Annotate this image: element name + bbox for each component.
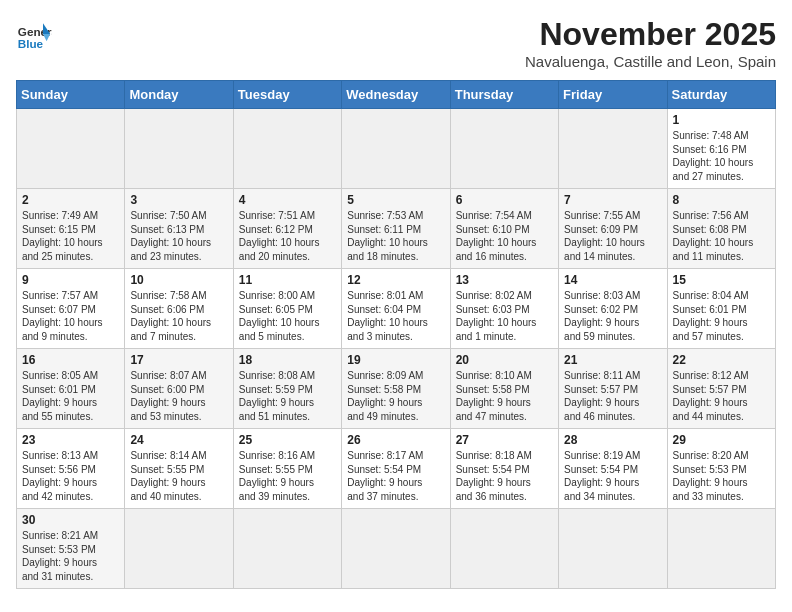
weekday-header-sunday: Sunday (17, 81, 125, 109)
day-number: 7 (564, 193, 661, 207)
day-cell: 21Sunrise: 8:11 AM Sunset: 5:57 PM Dayli… (559, 349, 667, 429)
day-cell: 28Sunrise: 8:19 AM Sunset: 5:54 PM Dayli… (559, 429, 667, 509)
title-section: November 2025 Navaluenga, Castille and L… (525, 16, 776, 70)
day-info: Sunrise: 8:10 AM Sunset: 5:58 PM Dayligh… (456, 369, 553, 423)
day-number: 25 (239, 433, 336, 447)
day-info: Sunrise: 7:51 AM Sunset: 6:12 PM Dayligh… (239, 209, 336, 263)
day-cell (125, 509, 233, 589)
week-row-2: 2Sunrise: 7:49 AM Sunset: 6:15 PM Daylig… (17, 189, 776, 269)
day-info: Sunrise: 8:17 AM Sunset: 5:54 PM Dayligh… (347, 449, 444, 503)
day-number: 16 (22, 353, 119, 367)
day-cell (342, 509, 450, 589)
week-row-4: 16Sunrise: 8:05 AM Sunset: 6:01 PM Dayli… (17, 349, 776, 429)
day-info: Sunrise: 8:21 AM Sunset: 5:53 PM Dayligh… (22, 529, 119, 583)
day-number: 10 (130, 273, 227, 287)
day-info: Sunrise: 8:03 AM Sunset: 6:02 PM Dayligh… (564, 289, 661, 343)
day-number: 17 (130, 353, 227, 367)
day-cell: 2Sunrise: 7:49 AM Sunset: 6:15 PM Daylig… (17, 189, 125, 269)
day-cell: 26Sunrise: 8:17 AM Sunset: 5:54 PM Dayli… (342, 429, 450, 509)
day-info: Sunrise: 7:56 AM Sunset: 6:08 PM Dayligh… (673, 209, 770, 263)
day-cell (17, 109, 125, 189)
day-cell: 24Sunrise: 8:14 AM Sunset: 5:55 PM Dayli… (125, 429, 233, 509)
day-cell (233, 109, 341, 189)
day-info: Sunrise: 8:00 AM Sunset: 6:05 PM Dayligh… (239, 289, 336, 343)
day-number: 19 (347, 353, 444, 367)
day-cell: 4Sunrise: 7:51 AM Sunset: 6:12 PM Daylig… (233, 189, 341, 269)
day-info: Sunrise: 8:01 AM Sunset: 6:04 PM Dayligh… (347, 289, 444, 343)
day-info: Sunrise: 7:53 AM Sunset: 6:11 PM Dayligh… (347, 209, 444, 263)
day-info: Sunrise: 7:48 AM Sunset: 6:16 PM Dayligh… (673, 129, 770, 183)
logo: General Blue (16, 16, 52, 52)
calendar-table: SundayMondayTuesdayWednesdayThursdayFrid… (16, 80, 776, 589)
day-info: Sunrise: 8:08 AM Sunset: 5:59 PM Dayligh… (239, 369, 336, 423)
calendar-title: November 2025 (525, 16, 776, 53)
week-row-3: 9Sunrise: 7:57 AM Sunset: 6:07 PM Daylig… (17, 269, 776, 349)
day-number: 26 (347, 433, 444, 447)
day-cell: 19Sunrise: 8:09 AM Sunset: 5:58 PM Dayli… (342, 349, 450, 429)
day-number: 18 (239, 353, 336, 367)
day-info: Sunrise: 8:19 AM Sunset: 5:54 PM Dayligh… (564, 449, 661, 503)
day-cell: 13Sunrise: 8:02 AM Sunset: 6:03 PM Dayli… (450, 269, 558, 349)
day-info: Sunrise: 8:16 AM Sunset: 5:55 PM Dayligh… (239, 449, 336, 503)
day-info: Sunrise: 7:55 AM Sunset: 6:09 PM Dayligh… (564, 209, 661, 263)
weekday-header-monday: Monday (125, 81, 233, 109)
day-info: Sunrise: 8:14 AM Sunset: 5:55 PM Dayligh… (130, 449, 227, 503)
weekday-header-thursday: Thursday (450, 81, 558, 109)
day-number: 29 (673, 433, 770, 447)
day-info: Sunrise: 7:49 AM Sunset: 6:15 PM Dayligh… (22, 209, 119, 263)
day-number: 27 (456, 433, 553, 447)
day-cell: 11Sunrise: 8:00 AM Sunset: 6:05 PM Dayli… (233, 269, 341, 349)
day-number: 11 (239, 273, 336, 287)
day-number: 6 (456, 193, 553, 207)
day-cell: 7Sunrise: 7:55 AM Sunset: 6:09 PM Daylig… (559, 189, 667, 269)
day-cell: 15Sunrise: 8:04 AM Sunset: 6:01 PM Dayli… (667, 269, 775, 349)
day-cell: 5Sunrise: 7:53 AM Sunset: 6:11 PM Daylig… (342, 189, 450, 269)
day-number: 12 (347, 273, 444, 287)
day-cell: 10Sunrise: 7:58 AM Sunset: 6:06 PM Dayli… (125, 269, 233, 349)
day-info: Sunrise: 7:58 AM Sunset: 6:06 PM Dayligh… (130, 289, 227, 343)
calendar-subtitle: Navaluenga, Castille and Leon, Spain (525, 53, 776, 70)
day-cell: 27Sunrise: 8:18 AM Sunset: 5:54 PM Dayli… (450, 429, 558, 509)
day-cell: 30Sunrise: 8:21 AM Sunset: 5:53 PM Dayli… (17, 509, 125, 589)
weekday-header-wednesday: Wednesday (342, 81, 450, 109)
day-number: 30 (22, 513, 119, 527)
day-info: Sunrise: 8:20 AM Sunset: 5:53 PM Dayligh… (673, 449, 770, 503)
day-cell: 20Sunrise: 8:10 AM Sunset: 5:58 PM Dayli… (450, 349, 558, 429)
day-info: Sunrise: 7:54 AM Sunset: 6:10 PM Dayligh… (456, 209, 553, 263)
weekday-header-saturday: Saturday (667, 81, 775, 109)
day-cell (559, 509, 667, 589)
day-info: Sunrise: 8:04 AM Sunset: 6:01 PM Dayligh… (673, 289, 770, 343)
day-info: Sunrise: 8:05 AM Sunset: 6:01 PM Dayligh… (22, 369, 119, 423)
day-info: Sunrise: 8:07 AM Sunset: 6:00 PM Dayligh… (130, 369, 227, 423)
day-number: 24 (130, 433, 227, 447)
week-row-5: 23Sunrise: 8:13 AM Sunset: 5:56 PM Dayli… (17, 429, 776, 509)
day-cell (125, 109, 233, 189)
day-cell: 18Sunrise: 8:08 AM Sunset: 5:59 PM Dayli… (233, 349, 341, 429)
day-cell: 6Sunrise: 7:54 AM Sunset: 6:10 PM Daylig… (450, 189, 558, 269)
day-cell (450, 509, 558, 589)
weekday-header-tuesday: Tuesday (233, 81, 341, 109)
weekday-header-row: SundayMondayTuesdayWednesdayThursdayFrid… (17, 81, 776, 109)
day-cell (450, 109, 558, 189)
weekday-header-friday: Friday (559, 81, 667, 109)
day-cell: 3Sunrise: 7:50 AM Sunset: 6:13 PM Daylig… (125, 189, 233, 269)
day-number: 8 (673, 193, 770, 207)
day-cell: 29Sunrise: 8:20 AM Sunset: 5:53 PM Dayli… (667, 429, 775, 509)
day-cell: 1Sunrise: 7:48 AM Sunset: 6:16 PM Daylig… (667, 109, 775, 189)
day-cell: 17Sunrise: 8:07 AM Sunset: 6:00 PM Dayli… (125, 349, 233, 429)
day-cell (667, 509, 775, 589)
day-number: 20 (456, 353, 553, 367)
day-info: Sunrise: 8:18 AM Sunset: 5:54 PM Dayligh… (456, 449, 553, 503)
day-cell (233, 509, 341, 589)
day-number: 23 (22, 433, 119, 447)
page-header: General Blue November 2025 Navaluenga, C… (16, 16, 776, 70)
logo-icon: General Blue (16, 16, 52, 52)
day-number: 5 (347, 193, 444, 207)
day-info: Sunrise: 8:09 AM Sunset: 5:58 PM Dayligh… (347, 369, 444, 423)
day-number: 14 (564, 273, 661, 287)
day-cell: 14Sunrise: 8:03 AM Sunset: 6:02 PM Dayli… (559, 269, 667, 349)
day-info: Sunrise: 8:11 AM Sunset: 5:57 PM Dayligh… (564, 369, 661, 423)
day-number: 1 (673, 113, 770, 127)
day-info: Sunrise: 8:02 AM Sunset: 6:03 PM Dayligh… (456, 289, 553, 343)
day-number: 22 (673, 353, 770, 367)
